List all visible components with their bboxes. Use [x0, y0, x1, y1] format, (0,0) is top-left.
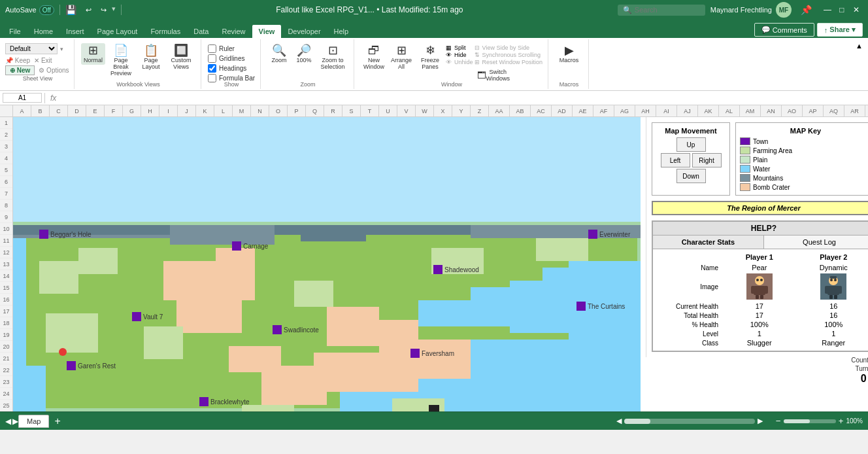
- normal-view-button[interactable]: ⊞ Normal: [81, 43, 105, 65]
- zoom-slider[interactable]: [784, 419, 836, 423]
- tab-help[interactable]: Help: [327, 25, 356, 38]
- hide-option[interactable]: 👁Hide: [446, 52, 473, 58]
- keep-button[interactable]: 📌 Keep: [5, 57, 30, 64]
- move-left-button[interactable]: Left: [661, 153, 690, 167]
- key-town-label: Town: [753, 138, 768, 145]
- svg-rect-21: [418, 340, 471, 379]
- gridlines-checkbox[interactable]: [208, 54, 216, 63]
- new-window-button[interactable]: 🗗 New Window: [361, 43, 387, 83]
- row-15: 15: [0, 282, 12, 294]
- formula-bar: fx: [0, 91, 868, 105]
- page-layout-button[interactable]: 📋 Page Layout: [137, 43, 165, 71]
- move-down-button[interactable]: Down: [676, 169, 706, 183]
- scroll-left-btn[interactable]: ◀: [616, 417, 622, 425]
- autosave-toggle[interactable]: Off: [39, 5, 54, 15]
- help-header: HELP?: [653, 222, 868, 236]
- svg-rect-7: [13, 366, 46, 411]
- exit-button[interactable]: ✕ Exit: [34, 57, 52, 64]
- search-input[interactable]: [635, 6, 700, 14]
- col-AP: AP: [803, 105, 824, 116]
- horizontal-scrollbar[interactable]: [624, 419, 755, 424]
- zoom-selection-button[interactable]: ⊡ Zoom to Selection: [317, 43, 348, 71]
- macros-button[interactable]: ▶ Macros: [557, 43, 582, 65]
- row-5: 5: [0, 164, 12, 176]
- zoom-button[interactable]: 🔍 Zoom: [267, 43, 291, 65]
- col-AB: AB: [510, 105, 531, 116]
- col-B: B: [31, 105, 50, 116]
- ribbon-collapse[interactable]: ▲: [853, 39, 865, 89]
- reset-window-option[interactable]: ⊞Reset Window Position: [475, 59, 543, 65]
- minimize-button[interactable]: —: [821, 3, 834, 16]
- ruler-checkbox[interactable]: [208, 44, 216, 53]
- row-4: 4: [0, 152, 12, 164]
- headings-checkbox[interactable]: [208, 64, 216, 73]
- zoom-in-btn[interactable]: +: [839, 416, 844, 426]
- freeze-panes-button[interactable]: ❄ Freeze Panes: [416, 43, 444, 83]
- col-L: L: [214, 105, 233, 116]
- headings-check[interactable]: Headings: [208, 64, 255, 73]
- share-button[interactable]: ↑Share ▾: [817, 23, 863, 37]
- right-panel: Map Movement Up Left Right Down MAP Key: [646, 117, 868, 357]
- sync-scroll-option[interactable]: ⇅Synchronous Scrolling: [475, 52, 543, 58]
- col-AG: AG: [614, 105, 635, 116]
- tab-file[interactable]: File: [3, 25, 27, 38]
- the-curtains-label: The Curtains: [588, 303, 625, 310]
- close-button[interactable]: ✕: [850, 3, 863, 16]
- key-farming-label: Farming Area: [753, 147, 792, 154]
- options-button[interactable]: ⚙ Options: [39, 67, 69, 74]
- ruler-check[interactable]: Ruler: [208, 44, 255, 53]
- tab-developer[interactable]: Developer: [281, 25, 327, 38]
- move-right-button[interactable]: Right: [692, 153, 722, 167]
- scroll-bar-area: ◀ ▶ − + 100%: [616, 416, 863, 426]
- tab-review[interactable]: Review: [215, 25, 252, 38]
- add-sheet-button[interactable]: +: [52, 415, 63, 427]
- quest-log-tab[interactable]: Quest Log: [764, 236, 868, 249]
- unhide-option[interactable]: 👁Unhide: [446, 59, 473, 65]
- arrange-all-button[interactable]: ⊞ Arrange All: [388, 43, 414, 83]
- sheet-nav-right[interactable]: ▶: [12, 417, 18, 426]
- name-row: Name Pear Dynamic: [657, 264, 868, 271]
- custom-views-button[interactable]: 🔲 Custom Views: [167, 43, 195, 71]
- sheet-nav-left[interactable]: ◀: [5, 417, 11, 426]
- key-plain-color: [740, 156, 750, 164]
- split-option[interactable]: ▦Split: [446, 44, 473, 51]
- pin-button[interactable]: 📌: [797, 3, 816, 16]
- maximize-button[interactable]: □: [835, 3, 848, 16]
- 100pct-button[interactable]: 🔎 100%: [292, 43, 316, 65]
- sheet-view-select[interactable]: Default: [5, 43, 58, 54]
- svg-rect-44: [751, 286, 755, 294]
- svg-rect-22: [366, 353, 418, 392]
- user-avatar[interactable]: MF: [776, 2, 792, 18]
- name-box[interactable]: [3, 93, 42, 103]
- undo-button[interactable]: ↩: [82, 5, 95, 16]
- page-break-button[interactable]: 📄 Page Break Preview: [107, 43, 135, 78]
- tab-view[interactable]: View: [252, 25, 282, 38]
- key-bomb-color: [740, 183, 750, 191]
- map-sheet-tab[interactable]: Map: [18, 415, 49, 428]
- save-icon[interactable]: 💾: [65, 5, 76, 15]
- zoom-out-btn[interactable]: −: [776, 416, 781, 426]
- everwinter-label: Everwinter: [599, 231, 630, 238]
- new-button[interactable]: ⊕ New: [5, 65, 35, 75]
- tab-home[interactable]: Home: [27, 25, 59, 38]
- formula-bar-checkbox[interactable]: [208, 74, 216, 82]
- tab-page-layout[interactable]: Page Layout: [91, 25, 144, 38]
- move-up-button[interactable]: Up: [676, 137, 706, 152]
- scroll-right-btn[interactable]: ▶: [758, 417, 763, 425]
- row-9: 9: [0, 211, 12, 223]
- tab-data[interactable]: Data: [187, 25, 215, 38]
- macros-icon: ▶: [565, 44, 574, 56]
- comments-button[interactable]: 💬Comments: [754, 23, 814, 37]
- gridlines-check[interactable]: Gridlines: [208, 54, 255, 63]
- p1-total-health: 17: [722, 311, 797, 319]
- zoom-icon: 🔍: [272, 44, 286, 56]
- tab-insert[interactable]: Insert: [59, 25, 91, 38]
- formula-input[interactable]: [61, 94, 865, 102]
- view-side-by-side-option[interactable]: ⊟View Side by Side: [475, 44, 543, 51]
- image-row: Image: [657, 273, 868, 300]
- tab-formulas[interactable]: Formulas: [144, 25, 187, 38]
- switch-windows-button[interactable]: 🗔 SwitchWindows: [475, 67, 543, 83]
- redo-button[interactable]: ↪: [97, 5, 110, 16]
- character-stats-tab[interactable]: Character Stats: [653, 236, 764, 249]
- col-H: H: [141, 105, 159, 116]
